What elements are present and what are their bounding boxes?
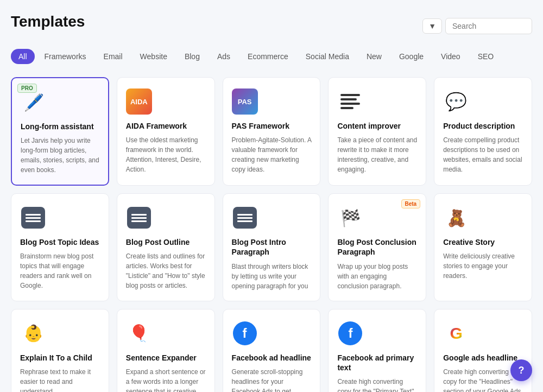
tab-website[interactable]: Website [132, 49, 175, 64]
tab-google[interactable]: Google [392, 49, 431, 64]
card-desc-blog-intro: Blast through writers block by letting u… [232, 262, 312, 291]
card-desc-blog-outline: Create lists and outlines for articles. … [126, 251, 206, 290]
tab-email[interactable]: Email [96, 49, 130, 64]
card-icon-blog-outline [126, 205, 152, 231]
card-desc-fb-headline: Generate scroll-stopping headlines for y… [232, 367, 312, 392]
card-title-fb-headline: Facebook ad headline [232, 353, 312, 363]
search-box-wrapper: ▼ [422, 18, 532, 34]
card-title-product-desc: Product description [443, 121, 523, 131]
card-desc-pas: Problem-Agitate-Solution. A valuable fra… [232, 135, 312, 174]
card-title-blog-conclusion: Blog Post Conclusion Paragraph [337, 237, 417, 257]
card-desc-blog-topic: Brainstorm new blog post topics that wil… [20, 251, 100, 290]
tab-frameworks[interactable]: Frameworks [37, 49, 94, 64]
card-blog-intro[interactable]: Blog Post Intro Paragraph Blast through … [223, 193, 321, 301]
tab-all[interactable]: All [11, 49, 35, 64]
card-title-creative-story: Creative Story [443, 237, 523, 247]
card-desc-longform: Let Jarvis help you write long-form blog… [21, 136, 99, 175]
card-content-improver[interactable]: Content improver Take a piece of content… [328, 77, 426, 186]
filter-button[interactable]: ▼ [422, 18, 442, 34]
tab-ecommerce[interactable]: Ecommerce [240, 49, 296, 64]
cards-grid: PRO 🖊️ Long-form assistant Let Jarvis he… [11, 77, 532, 392]
card-longform[interactable]: PRO 🖊️ Long-form assistant Let Jarvis he… [11, 77, 109, 186]
tab-seo[interactable]: SEO [470, 49, 502, 64]
card-fb-headline[interactable]: f Facebook ad headline Generate scroll-s… [223, 309, 321, 392]
card-icon-creative-story: 🧸 [443, 205, 469, 231]
card-title-blog-outline: Blog Post Outline [126, 237, 206, 247]
badge-pro: PRO [17, 84, 37, 93]
card-title-content-improver: Content improver [337, 121, 417, 131]
card-blog-conclusion[interactable]: Beta 🏁 Blog Post Conclusion Paragraph Wr… [328, 193, 426, 301]
card-title-pas: PAS Framework [232, 121, 312, 131]
card-icon-content-improver [337, 88, 363, 115]
card-icon-fb-primary: f [337, 320, 363, 346]
tab-social-media[interactable]: Social Media [298, 49, 357, 64]
tab-blog[interactable]: Blog [177, 49, 207, 64]
card-desc-explain-child: Rephrase text to make it easier to read … [20, 367, 100, 392]
tab-list: AllFrameworksEmailWebsiteBlogAdsEcommerc… [11, 49, 532, 64]
card-desc-blog-conclusion: Wrap up your blog posts with an engaging… [337, 262, 417, 291]
card-icon-longform: 🖊️ [21, 89, 47, 115]
card-title-fb-primary: Facebook ad primary text [337, 353, 417, 372]
card-desc-aida: Use the oldest marketing framework in th… [126, 135, 206, 174]
card-title-blog-topic: Blog Post Topic Ideas [20, 237, 100, 247]
card-creative-story[interactable]: 🧸 Creative Story Write deliciously creat… [434, 193, 532, 301]
card-fb-primary[interactable]: f Facebook ad primary text Create high c… [328, 309, 426, 392]
card-icon-blog-topic [20, 205, 46, 231]
card-title-longform: Long-form assistant [21, 122, 99, 131]
card-aida[interactable]: AIDA AIDA Framework Use the oldest marke… [117, 77, 215, 186]
help-button[interactable]: ? [510, 359, 532, 381]
tab-video[interactable]: Video [433, 49, 468, 64]
card-title-explain-child: Explain It To a Child [20, 353, 100, 363]
card-icon-pas: PAS [232, 88, 258, 115]
card-desc-fb-primary: Create high converting copy for the "Pri… [337, 377, 417, 392]
card-title-aida: AIDA Framework [126, 121, 206, 131]
card-pas[interactable]: PAS PAS Framework Problem-Agitate-Soluti… [223, 77, 321, 186]
card-icon-aida: AIDA [126, 88, 152, 115]
card-desc-product-desc: Create compelling product descriptions t… [443, 135, 523, 174]
card-blog-topic[interactable]: Blog Post Topic Ideas Brainstorm new blo… [11, 193, 109, 301]
card-icon-blog-intro [232, 205, 258, 231]
card-blog-outline[interactable]: Blog Post Outline Create lists and outli… [117, 193, 215, 301]
card-icon-blog-conclusion: 🏁 [337, 205, 363, 231]
card-icon-sentence-expander: 🎈 [126, 320, 152, 346]
tab-ads[interactable]: Ads [210, 49, 238, 64]
card-title-google-ads: Google ads headline [443, 353, 523, 363]
badge-beta: Beta [401, 199, 421, 208]
tab-new[interactable]: New [359, 49, 389, 64]
card-icon-google-ads: G [443, 320, 469, 346]
card-icon-product-desc: 💬 [443, 88, 469, 115]
card-sentence-expander[interactable]: 🎈 Sentence Expander Expand a short sente… [117, 309, 215, 392]
card-title-sentence-expander: Sentence Expander [126, 353, 206, 363]
card-desc-sentence-expander: Expand a short sentence or a few words i… [126, 367, 206, 392]
card-explain-child[interactable]: 👶 Explain It To a Child Rephrase text to… [11, 309, 109, 392]
card-icon-fb-headline: f [232, 320, 258, 346]
card-product-desc[interactable]: 💬 Product description Create compelling … [434, 77, 532, 186]
card-desc-content-improver: Take a piece of content and rewrite it t… [337, 135, 417, 174]
page-title: Templates [11, 13, 85, 30]
card-icon-explain-child: 👶 [20, 320, 46, 346]
card-title-blog-intro: Blog Post Intro Paragraph [232, 237, 312, 257]
card-desc-creative-story: Write deliciously creative stories to en… [443, 251, 523, 281]
search-input[interactable] [445, 18, 532, 34]
